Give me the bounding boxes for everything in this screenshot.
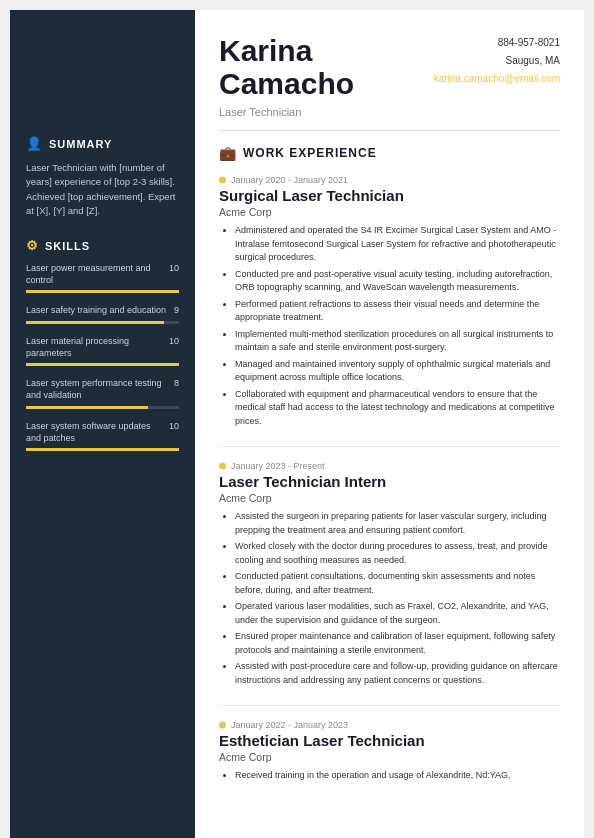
skill-item: Laser system performance testing and val… [26, 378, 179, 408]
bullet: Managed and maintained inventory supply … [235, 358, 560, 385]
skill-bar-fill [26, 290, 179, 293]
skill-name: Laser power measurement and control [26, 263, 165, 286]
job-entry: January 2020 - January 2021 Surgical Las… [219, 175, 560, 428]
skill-bar-bg [26, 290, 179, 293]
skill-bar-bg [26, 321, 179, 324]
name-block: Karina Camacho Laser Technician [219, 34, 354, 118]
skill-name: Laser safety training and education [26, 305, 170, 317]
skill-item: Laser material processing parameters 10 [26, 336, 179, 366]
phone: 884-957-8021 [434, 34, 560, 52]
skill-item: Laser safety training and education 9 [26, 305, 179, 324]
summary-icon: 👤 [26, 136, 43, 151]
bullet: Implemented multi-method sterilization p… [235, 328, 560, 355]
job-bullets: Administered and operated the S4 IR Exci… [219, 224, 560, 428]
header-row: Karina Camacho Laser Technician 884-957-… [219, 34, 560, 118]
skill-score: 10 [169, 421, 179, 431]
skills-icon: ⚙ [26, 238, 39, 253]
skill-name: Laser system software updates and patche… [26, 421, 165, 444]
job-title: Laser Technician [219, 106, 354, 118]
skills-section-title: ⚙ SKILLS [26, 238, 179, 253]
contact-info: 884-957-8021 Saugus, MA karina.camacho@e… [434, 34, 560, 88]
skill-score: 9 [174, 305, 179, 315]
resume-container: 👤 SUMMARY Laser Technician with [number … [10, 10, 584, 838]
bullet: Conducted pre and post-operative visual … [235, 268, 560, 295]
sidebar: 👤 SUMMARY Laser Technician with [number … [10, 10, 195, 838]
bullet: Collaborated with equipment and pharmace… [235, 388, 560, 429]
job-bullets: Assisted the surgeon in preparing patien… [219, 510, 560, 687]
bullet: Administered and operated the S4 IR Exci… [235, 224, 560, 265]
job-title: Esthetician Laser Technician [219, 732, 560, 749]
skill-item: Laser power measurement and control 10 [26, 263, 179, 293]
jobs-list: January 2020 - January 2021 Surgical Las… [219, 175, 560, 783]
bullet: Received training in the operation and u… [235, 769, 560, 783]
skill-bar-fill [26, 406, 148, 409]
job-date: January 2023 - Present [219, 461, 560, 471]
skill-bar-fill [26, 321, 164, 324]
job-company: Acme Corp [219, 492, 560, 504]
skill-score: 10 [169, 336, 179, 346]
skill-bar-bg [26, 448, 179, 451]
skill-bar-fill [26, 363, 179, 366]
job-title: Surgical Laser Technician [219, 187, 560, 204]
bullet: Worked closely with the doctor during pr… [235, 540, 560, 567]
job-company: Acme Corp [219, 206, 560, 218]
summary-section-title: 👤 SUMMARY [26, 136, 179, 151]
job-divider [219, 705, 560, 706]
skills-list: Laser power measurement and control 10 L… [26, 263, 179, 451]
job-divider [219, 446, 560, 447]
header: Karina Camacho Laser Technician 884-957-… [195, 10, 584, 130]
job-entry: January 2022 - January 2023 Esthetician … [219, 720, 560, 783]
job-date: January 2020 - January 2021 [219, 175, 560, 185]
sidebar-content: 👤 SUMMARY Laser Technician with [number … [10, 120, 195, 479]
job-bullets: Received training in the operation and u… [219, 769, 560, 783]
job-date: January 2022 - January 2023 [219, 720, 560, 730]
bullet: Ensured proper maintenance and calibrati… [235, 630, 560, 657]
skill-bar-bg [26, 406, 179, 409]
job-company: Acme Corp [219, 751, 560, 763]
work-icon: 💼 [219, 145, 237, 161]
skill-name: Laser material processing parameters [26, 336, 165, 359]
skill-score: 8 [174, 378, 179, 388]
sidebar-top-spacer [10, 10, 195, 120]
summary-text: Laser Technician with [number of years] … [26, 161, 179, 218]
skill-score: 10 [169, 263, 179, 273]
location: Saugus, MA [434, 52, 560, 70]
bullet: Operated various laser modalities, such … [235, 600, 560, 627]
skill-bar-bg [26, 363, 179, 366]
main-content: Karina Camacho Laser Technician 884-957-… [195, 10, 584, 838]
work-experience-title: 💼 WORK EXPERIENCE [219, 145, 560, 161]
main-body: 💼 WORK EXPERIENCE January 2020 - January… [195, 131, 584, 838]
skill-name: Laser system performance testing and val… [26, 378, 170, 401]
bullet: Assisted the surgeon in preparing patien… [235, 510, 560, 537]
bullet: Performed patient refractions to assess … [235, 298, 560, 325]
skill-bar-fill [26, 448, 179, 451]
full-name: Karina Camacho [219, 34, 354, 100]
job-entry: January 2023 - Present Laser Technician … [219, 461, 560, 687]
skill-item: Laser system software updates and patche… [26, 421, 179, 451]
email: karina.camacho@email.com [434, 70, 560, 88]
bullet: Conducted patient consultations, documen… [235, 570, 560, 597]
bullet: Assisted with post-procedure care and fo… [235, 660, 560, 687]
job-title: Laser Technician Intern [219, 473, 560, 490]
